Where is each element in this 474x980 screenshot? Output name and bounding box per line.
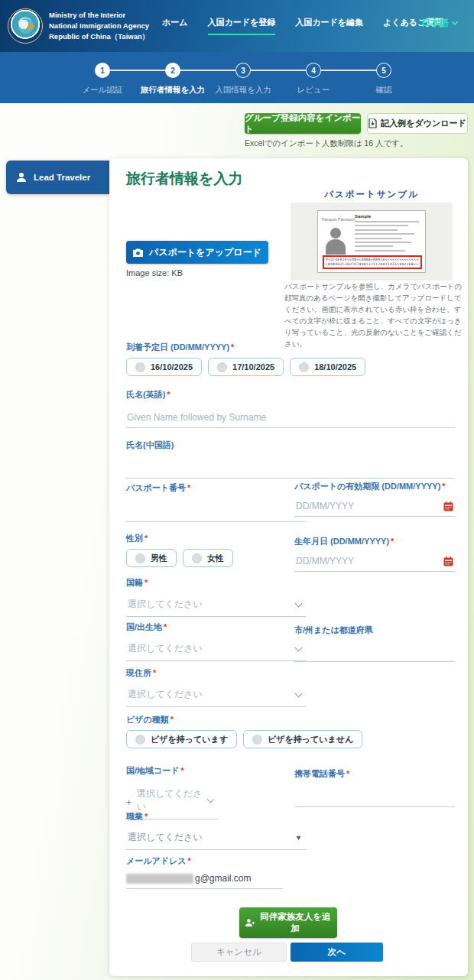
passport-sample-title: パスポートサンプル — [291, 189, 453, 200]
chevron-down-icon — [295, 690, 303, 697]
passport-expiry-input[interactable]: DD/MM/YYYY — [294, 499, 455, 517]
passport-photo-silhouette — [324, 226, 347, 255]
calendar-icon — [443, 501, 453, 511]
passport-sample-image: Passport Passeport Sample P<UTOERIKSSON<… — [291, 203, 453, 281]
email-input[interactable]: g@gmail.com — [126, 873, 283, 889]
step-traveler-info[interactable]: 2 旅行者情報を入力 — [138, 63, 208, 96]
plus-prefix: + — [126, 797, 131, 808]
agency-name: Ministry of the Interior National Immigr… — [49, 10, 149, 42]
radio-icon — [217, 362, 227, 372]
image-size-text: Image size: KB — [126, 268, 183, 277]
field-gender: 性別* 男性 女性 — [126, 533, 233, 567]
residence-select[interactable]: 選択してください — [126, 686, 306, 707]
redacted-email-prefix — [126, 874, 193, 884]
progress-stepper: 1 メール認証 2 旅行者情報を入力 3 入国情報を入力 4 レビュー 5 確認 — [0, 52, 474, 103]
field-name-chinese: 氏名(中国語) — [126, 440, 455, 479]
next-button[interactable]: 次へ — [291, 943, 383, 962]
page-title: 旅行者情報を入力 — [126, 169, 242, 189]
phone-input[interactable] — [294, 789, 455, 807]
field-residence: 現住所* 選択してください — [126, 667, 306, 707]
calendar-icon — [443, 557, 453, 566]
field-occupation: 職業* 選択してください ▼ — [126, 811, 306, 850]
chevron-down-icon — [295, 599, 303, 607]
dropdown-arrow-icon: ▼ — [295, 834, 302, 842]
nia-emblem-logo — [8, 8, 43, 44]
step-review: 4 レビュー — [278, 63, 349, 96]
add-companion-label: 同伴家族友人を追加 — [260, 911, 331, 934]
field-phone: 携帯電話番号* — [294, 768, 455, 807]
download-sample-button[interactable]: 記入例をダウンロード — [367, 113, 468, 134]
nav-edit-arrival-card[interactable]: 入国カードを編集 — [295, 17, 363, 35]
field-passport-expiry: パスポートの有効期限 (DD/MM/YYYY)* DD/MM/YYYY — [294, 481, 455, 517]
passport-mrz-box: P<UTOERIKSSON<<ANNA<MARIA<<<<<<<<<<<<<<<… — [323, 255, 422, 269]
field-email: メールアドレス* g@gmail.com — [126, 855, 283, 889]
import-limit-note: Excelでのインポート人数制限は 16 人です。 — [245, 138, 407, 149]
field-visa-type: ビザの種類* ビザを持っています ビザを持っていません — [126, 714, 362, 748]
language-label: 日本語 — [421, 17, 449, 30]
document-download-icon — [368, 118, 377, 128]
arrival-option-1[interactable]: 16/10/2025 — [126, 358, 202, 376]
passport-instructions: パスポートサンプルを参照し、カメラでパスポートの顔写真のあるページを開き撮影して… — [284, 281, 468, 349]
step-label: 旅行者情報を入力 — [138, 85, 208, 96]
step-entry-info: 3 入国情報を入力 — [208, 63, 278, 96]
nationality-select[interactable]: 選択してください — [126, 596, 306, 617]
app-header: Ministry of the Interior National Immigr… — [0, 0, 474, 52]
upload-label: パスポートをアップロード — [149, 246, 261, 259]
step-label: 確認 — [349, 85, 419, 96]
radio-icon — [252, 735, 262, 745]
chevron-down-icon — [452, 19, 458, 25]
arrival-option-3[interactable]: 18/10/2025 — [290, 358, 365, 376]
nav-register-arrival-card[interactable]: 入国カードを登録 — [208, 17, 276, 35]
step-circle: 5 — [376, 63, 391, 78]
name-english-input[interactable] — [126, 410, 455, 428]
tab-lead-traveler[interactable]: Lead Traveler — [6, 161, 109, 194]
download-label: 記入例をダウンロード — [381, 118, 466, 129]
camera-icon — [133, 248, 143, 257]
language-selector[interactable]: 日本語 — [421, 17, 457, 30]
name-chinese-input[interactable] — [126, 460, 455, 479]
lead-traveler-label: Lead Traveler — [34, 173, 90, 182]
field-birth-country: 国/出生地* 選択してください — [126, 621, 306, 661]
traveler-form-card: 旅行者情報を入力 パスポートサンプル Passport Passeport Sa… — [109, 158, 468, 976]
occupation-select[interactable]: 選択してください ▼ — [126, 829, 306, 850]
mrz-line: L898902C36UTO7408122F1204159ZE184226B<<<… — [326, 262, 419, 267]
step-circle: 4 — [306, 63, 321, 78]
add-person-icon — [245, 918, 255, 927]
gender-option-male[interactable]: 男性 — [126, 549, 177, 567]
birth-date-input[interactable]: DD/MM/YYYY — [294, 554, 455, 572]
passport-field-lines — [355, 221, 422, 254]
step-email-verification[interactable]: 1 メール認証 — [67, 63, 138, 96]
visa-option-have[interactable]: ビザを持っています — [126, 730, 237, 748]
person-icon — [16, 172, 27, 183]
birth-city-input[interactable] — [294, 644, 455, 662]
field-birth-date: 生年月日 (DD/MM/YYYY)* DD/MM/YYYY — [294, 536, 455, 572]
passport-side-label: Passport Passeport — [322, 217, 356, 222]
cancel-button[interactable]: キャンセル — [191, 943, 287, 962]
birth-country-select[interactable]: 選択してください — [126, 641, 306, 661]
radio-icon — [135, 362, 145, 372]
arrival-option-2[interactable]: 17/10/2025 — [208, 358, 284, 376]
step-circle: 2 — [165, 63, 180, 78]
upload-passport-button[interactable]: パスポートをアップロード — [126, 241, 268, 264]
radio-icon — [192, 553, 202, 563]
step-label: レビュー — [278, 85, 349, 96]
visa-option-none[interactable]: ビザを持っていません — [243, 730, 362, 748]
field-arrival-date: 到着予定日 (DD/MM/YYYY)* 16/10/2025 17/10/202… — [126, 342, 365, 376]
gender-option-female[interactable]: 女性 — [183, 549, 233, 567]
field-birth-city: 市/州または都道府県 — [294, 625, 455, 662]
step-circle: 1 — [95, 63, 110, 78]
radio-icon — [135, 553, 145, 563]
nav-home[interactable]: ホーム — [162, 17, 188, 35]
field-name-english: 氏名(英語)* — [126, 389, 455, 428]
passport-sample-label: Sample — [355, 214, 371, 219]
import-group-button[interactable]: グループ登録内容をインポート — [245, 113, 361, 134]
radio-icon — [299, 362, 309, 372]
email-visible-value: g@gmail.com — [195, 873, 252, 884]
field-passport-number: パスポート番号* — [126, 482, 306, 522]
add-companion-button[interactable]: 同伴家族友人を追加 — [239, 907, 337, 938]
radio-icon — [135, 735, 145, 745]
passport-number-input[interactable] — [126, 504, 306, 522]
step-label: 入国情報を入力 — [208, 85, 278, 96]
main-nav: ホーム 入国カードを登録 入国カードを編集 よくあるご質問 — [162, 17, 443, 35]
step-circle: 3 — [235, 63, 251, 78]
